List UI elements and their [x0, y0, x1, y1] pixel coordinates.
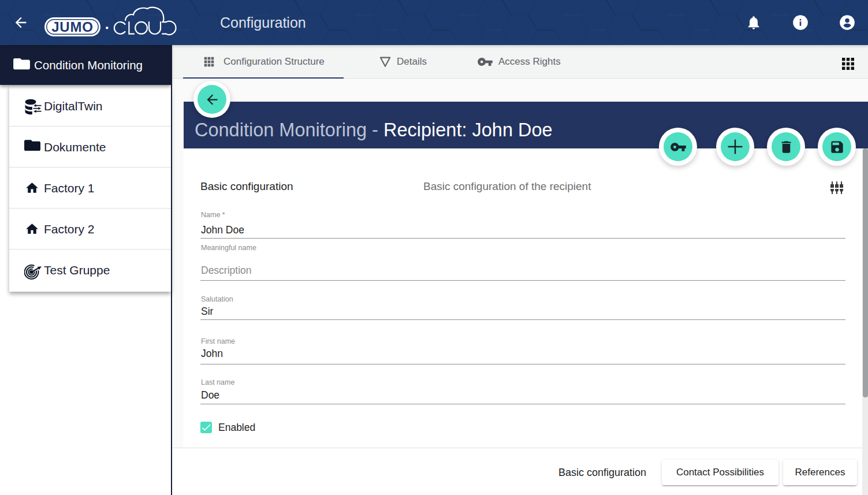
- svg-text:JUMO: JUMO: [51, 19, 94, 35]
